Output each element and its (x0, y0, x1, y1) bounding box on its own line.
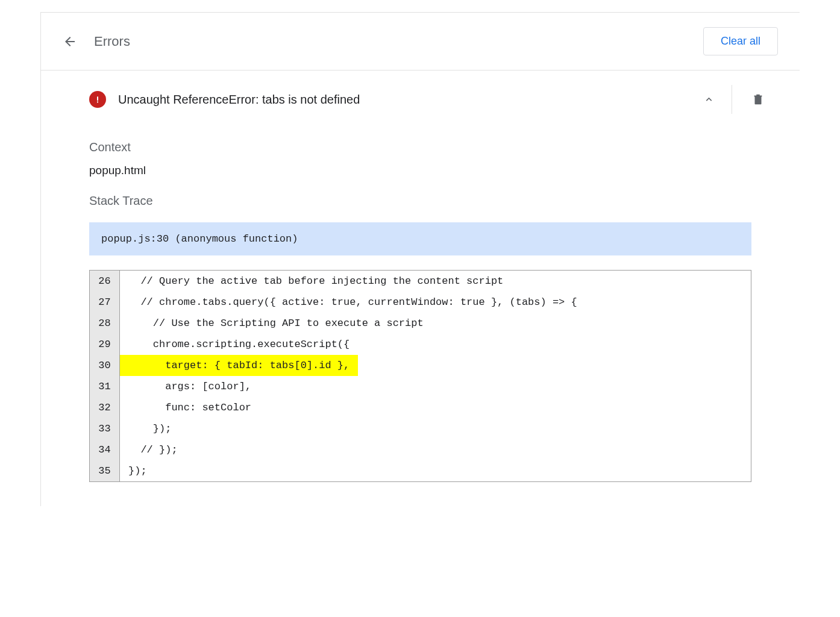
clear-all-button[interactable]: Clear all (703, 27, 778, 55)
error-badge-icon (89, 91, 106, 108)
line-number: 32 (90, 397, 120, 418)
line-number: 31 (90, 376, 120, 397)
line-code: // }); (120, 439, 751, 460)
svg-rect-0 (97, 96, 98, 101)
code-line: 31 args: [color], (90, 376, 751, 397)
code-cell: // Use the Scripting API to execute a sc… (120, 313, 751, 334)
line-number: 29 (90, 334, 120, 355)
line-code: target: { tabId: tabs[0].id }, (120, 355, 358, 376)
code-line: 33 }); (90, 418, 751, 439)
stack-trace-label: Stack Trace (89, 194, 751, 208)
errors-panel: Errors Clear all Uncaught ReferenceError… (40, 12, 800, 506)
code-cell: // chrome.tabs.query({ active: true, cur… (120, 292, 751, 313)
line-code: chrome.scripting.executeScript({ (120, 334, 751, 355)
code-line: 30 target: { tabId: tabs[0].id }, (90, 355, 751, 376)
line-number: 26 (90, 271, 120, 292)
line-number: 30 (90, 355, 120, 376)
error-actions (703, 85, 778, 114)
line-number: 34 (90, 439, 120, 460)
header: Errors Clear all (41, 13, 800, 70)
line-code: }); (120, 418, 751, 439)
trash-icon (751, 93, 765, 106)
line-code: // Query the active tab before injecting… (120, 271, 751, 292)
delete-button[interactable] (749, 85, 778, 114)
code-line: 27 // chrome.tabs.query({ active: true, … (90, 292, 751, 313)
code-cell: }); (120, 418, 751, 439)
code-cell: // Query the active tab before injecting… (120, 271, 751, 292)
line-number: 35 (90, 460, 120, 481)
code-line: 26 // Query the active tab before inject… (90, 271, 751, 292)
code-line: 32 func: setColor (90, 397, 751, 418)
line-code: }); (120, 460, 751, 481)
line-number: 33 (90, 418, 120, 439)
code-cell: args: [color], (120, 376, 751, 397)
line-code: args: [color], (120, 376, 751, 397)
stack-trace-location[interactable]: popup.js:30 (anonymous function) (89, 222, 751, 255)
header-left: Errors (63, 34, 130, 49)
code-line: 29 chrome.scripting.executeScript({ (90, 334, 751, 355)
error-message: Uncaught ReferenceError: tabs is not def… (118, 93, 360, 107)
code-cell: // }); (120, 439, 751, 460)
code-line: 35}); (90, 460, 751, 481)
code-cell: chrome.scripting.executeScript({ (120, 334, 751, 355)
collapse-button[interactable] (703, 85, 732, 114)
page-title: Errors (94, 34, 130, 49)
line-number: 28 (90, 313, 120, 334)
code-cell: }); (120, 460, 751, 481)
line-code: func: setColor (120, 397, 751, 418)
context-value: popup.html (89, 164, 751, 177)
chevron-up-icon (703, 93, 715, 105)
line-code: // Use the Scripting API to execute a sc… (120, 313, 751, 334)
code-cell: func: setColor (120, 397, 751, 418)
back-arrow-icon[interactable] (63, 34, 77, 49)
code-line: 28 // Use the Scripting API to execute a… (90, 313, 751, 334)
error-details: Context popup.html Stack Trace popup.js:… (41, 128, 800, 506)
line-number: 27 (90, 292, 120, 313)
error-row: Uncaught ReferenceError: tabs is not def… (41, 70, 800, 128)
code-cell: target: { tabId: tabs[0].id }, (120, 355, 751, 376)
line-code: // chrome.tabs.query({ active: true, cur… (120, 292, 751, 313)
context-label: Context (89, 140, 751, 154)
svg-rect-1 (97, 101, 98, 102)
error-row-left: Uncaught ReferenceError: tabs is not def… (89, 91, 360, 108)
code-line: 34 // }); (90, 439, 751, 460)
code-block: 26 // Query the active tab before inject… (89, 270, 751, 482)
